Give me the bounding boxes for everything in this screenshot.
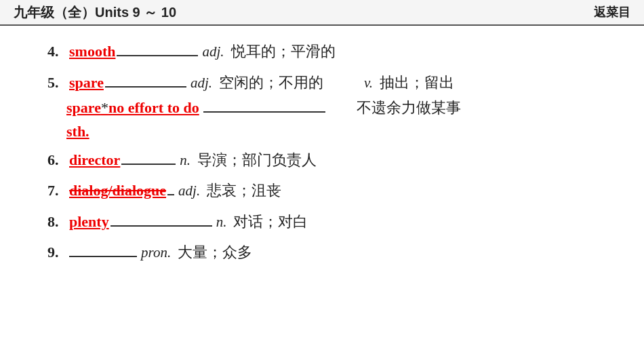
- blank-underline: [105, 85, 186, 88]
- part-of-speech: adj.: [178, 180, 200, 203]
- chinese-definition: 对话；对白: [233, 210, 308, 233]
- part-of-speech: adj.: [202, 41, 224, 64]
- chinese-definition: 悦耳的；平滑的: [231, 39, 336, 63]
- phrase-blank: [203, 110, 325, 113]
- item-number: 8.: [47, 210, 66, 233]
- page-title: 九年级（全）Units 9 ～ 10: [14, 3, 176, 22]
- chinese-definition: 空闲的；不用的: [219, 71, 323, 94]
- blank-underline: [167, 193, 174, 195]
- chinese-definition-v: 抽出；留出: [380, 71, 454, 94]
- chinese-definition: 悲哀；沮丧: [207, 178, 281, 202]
- item-5-sub-line: sth.: [66, 119, 91, 143]
- back-button[interactable]: 返菜目: [594, 4, 630, 20]
- part-of-speech: n.: [216, 211, 227, 234]
- item-number: 7.: [47, 178, 66, 202]
- chinese-definition: 导演；部门负责人: [197, 148, 317, 172]
- blank-underline: [110, 224, 212, 227]
- part-of-speech-v: v.: [364, 72, 373, 95]
- answer-word: director: [69, 148, 120, 172]
- blank-underline: [121, 162, 176, 165]
- item-number: 5.: [47, 71, 66, 94]
- item-5-main-line: 5. spare adj. 空闲的；不用的 v. 抽出；留出: [47, 71, 454, 95]
- list-item: 9. pron. 大量；众多: [47, 240, 597, 265]
- list-item: 8. plenty n. 对话；对白: [47, 210, 597, 234]
- list-item: 4. smooth adj. 悦耳的；平滑的: [47, 39, 597, 64]
- answer-word: smooth: [69, 39, 115, 63]
- item-number: 6.: [47, 148, 66, 172]
- header: 九年级（全）Units 9 ～ 10 返菜目: [0, 0, 644, 26]
- blank-underline: [69, 254, 137, 257]
- phrase-definition: 不遗余力做某事: [357, 96, 461, 119]
- vocab-list: 4. smooth adj. 悦耳的；平滑的 5. spare adj. 空闲的…: [0, 26, 644, 278]
- item-5-phrase-line: spare*no effort to do 不遗余力做某事: [66, 96, 461, 119]
- part-of-speech: pron.: [141, 242, 171, 265]
- item-number: 4.: [47, 39, 66, 63]
- answer-word: plenty: [69, 210, 109, 233]
- answer-word: spare: [69, 71, 104, 94]
- item-number: 9.: [47, 240, 66, 264]
- list-item: 7. dialog/dialogue adj. 悲哀；沮丧: [47, 178, 597, 203]
- chinese-definition: 大量；众多: [178, 240, 252, 264]
- list-item: 5. spare adj. 空闲的；不用的 v. 抽出；留出 spare*no …: [47, 71, 597, 144]
- sub-answer: sth.: [66, 119, 89, 143]
- part-of-speech: n.: [180, 149, 190, 172]
- list-item: 6. director n. 导演；部门负责人: [47, 148, 597, 172]
- part-of-speech: adj.: [190, 72, 212, 95]
- blank-underline: [117, 54, 198, 56]
- answer-word: dialog/dialogue: [69, 178, 166, 202]
- phrase-answer: spare*no effort to do: [66, 96, 199, 119]
